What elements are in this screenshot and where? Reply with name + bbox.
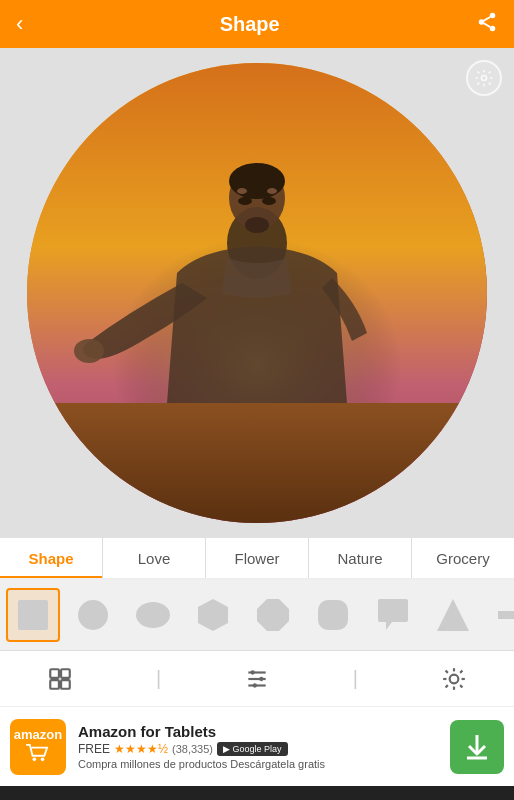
svg-point-45 [41, 757, 45, 761]
svg-rect-7 [27, 403, 487, 523]
svg-point-10 [229, 163, 285, 199]
ad-subtitle: FREE ★★★★½ (38,335) ▶ Google Play [78, 742, 438, 756]
shape-octagon[interactable] [246, 588, 300, 642]
tab-shape[interactable]: Shape [0, 538, 103, 578]
svg-rect-23 [318, 600, 348, 630]
bottom-toolbar: | | [0, 650, 514, 706]
ad-title: Amazon for Tablets [78, 723, 438, 740]
shape-hexagon[interactable] [186, 588, 240, 642]
app-header: ‹ Shape [0, 0, 514, 48]
svg-rect-26 [61, 669, 70, 678]
header-title: Shape [220, 13, 280, 36]
shape-triangle[interactable] [426, 588, 480, 642]
ad-description: Compra millones de productos Descárgatel… [78, 758, 438, 770]
google-play-badge: ▶ Google Play [217, 742, 288, 756]
svg-rect-28 [61, 680, 70, 689]
svg-point-44 [33, 757, 37, 761]
photo-content [27, 63, 487, 523]
svg-point-15 [237, 188, 247, 194]
svg-point-0 [490, 12, 496, 18]
shape-square[interactable] [6, 588, 60, 642]
svg-point-2 [490, 25, 496, 30]
svg-rect-25 [51, 669, 60, 678]
svg-line-42 [460, 670, 462, 672]
tab-nature[interactable]: Nature [309, 538, 412, 578]
svg-point-13 [262, 197, 276, 205]
svg-point-12 [238, 197, 252, 205]
share-button[interactable] [476, 11, 498, 38]
ad-logo: amazon [10, 719, 66, 775]
svg-point-17 [482, 76, 487, 81]
svg-marker-24 [437, 599, 469, 631]
svg-point-33 [259, 676, 263, 680]
ad-download-button[interactable] [450, 720, 504, 774]
shape-circle[interactable] [66, 588, 120, 642]
shape-oval[interactable] [126, 588, 180, 642]
settings-icon[interactable] [466, 60, 502, 96]
svg-point-14 [245, 217, 269, 233]
svg-line-37 [445, 670, 447, 672]
svg-point-20 [136, 602, 170, 628]
ad-banner: amazon Amazon for Tablets FREE ★★★★½ (38… [0, 706, 514, 786]
ad-stars: ★★★★½ [114, 742, 168, 756]
magic-button[interactable] [429, 657, 479, 701]
shape-speech-bubble[interactable] [366, 588, 420, 642]
adjust-button[interactable] [232, 657, 282, 701]
svg-point-16 [267, 188, 277, 194]
svg-rect-18 [18, 600, 48, 630]
circle-frame [27, 63, 487, 523]
tab-love[interactable]: Love [103, 538, 206, 578]
svg-marker-22 [257, 599, 289, 631]
image-area [0, 48, 514, 538]
svg-point-19 [78, 600, 108, 630]
svg-point-11 [74, 339, 104, 363]
svg-line-4 [484, 16, 490, 20]
svg-point-43 [449, 674, 458, 683]
layers-button[interactable] [35, 657, 85, 701]
category-tabs: Shape Love Flower Nature Grocery [0, 538, 514, 580]
ad-content: Amazon for Tablets FREE ★★★★½ (38,335) ▶… [78, 723, 438, 770]
svg-marker-21 [198, 599, 228, 631]
tab-grocery[interactable]: Grocery [412, 538, 514, 578]
svg-line-38 [460, 685, 462, 687]
svg-point-34 [253, 683, 257, 687]
shape-arrow[interactable] [486, 588, 514, 642]
svg-line-3 [484, 23, 490, 27]
svg-point-1 [479, 19, 485, 25]
svg-line-41 [445, 685, 447, 687]
svg-rect-27 [51, 680, 60, 689]
tab-flower[interactable]: Flower [206, 538, 309, 578]
back-button[interactable]: ‹ [16, 11, 23, 37]
svg-point-32 [251, 670, 255, 674]
system-nav-bar: ◁ ○ □ [0, 786, 514, 800]
shapes-row [0, 580, 514, 650]
shape-rounded-square[interactable] [306, 588, 360, 642]
